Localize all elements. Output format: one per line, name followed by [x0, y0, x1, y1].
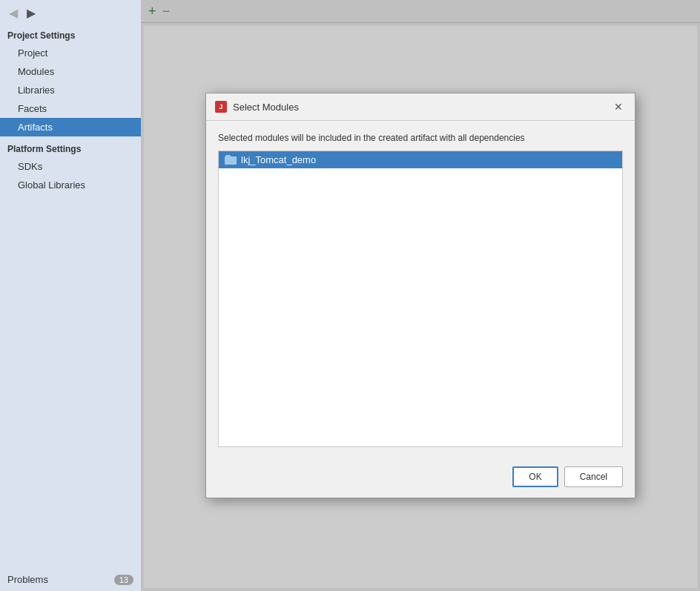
- problems-label: Problems: [7, 574, 48, 585]
- module-item-lkj-tomcat[interactable]: lkj_Tomcat_demo: [219, 151, 622, 168]
- project-settings-header: Project Settings: [0, 26, 141, 44]
- sidebar-item-artifacts[interactable]: Artifacts: [0, 118, 141, 136]
- sidebar-item-modules[interactable]: Modules: [0, 62, 141, 81]
- dialog-titlebar: J Select Modules ✕: [206, 93, 635, 121]
- module-name: lkj_Tomcat_demo: [241, 154, 316, 165]
- platform-settings-header: Platform Settings: [0, 136, 141, 157]
- sidebar-item-sdks[interactable]: SDKs: [0, 157, 141, 176]
- main-container: ◀ ▶ Project Settings Project Modules Lib…: [0, 0, 700, 591]
- dialog-title: Select Modules: [233, 102, 299, 113]
- problems-section[interactable]: Problems 13: [0, 568, 141, 591]
- sidebar-item-project[interactable]: Project: [0, 44, 141, 62]
- modal-overlay: J Select Modules ✕ Selected modules will…: [141, 0, 700, 591]
- sidebar: ◀ ▶ Project Settings Project Modules Lib…: [0, 0, 141, 591]
- module-list[interactable]: lkj_Tomcat_demo: [218, 151, 623, 447]
- back-arrow-icon[interactable]: ◀: [6, 4, 21, 22]
- forward-arrow-icon[interactable]: ▶: [24, 4, 39, 22]
- content-area: + − Nothing to sho... J: [141, 0, 700, 591]
- folder-icon: [225, 155, 237, 165]
- sidebar-item-global-libraries[interactable]: Global Libraries: [0, 176, 141, 194]
- dialog-body: Selected modules will be included in the…: [206, 121, 635, 459]
- sidebar-item-facets[interactable]: Facets: [0, 99, 141, 118]
- dialog-description: Selected modules will be included in the…: [218, 133, 623, 143]
- dialog-icon: J: [215, 101, 227, 113]
- dialog-title-left: J Select Modules: [215, 101, 299, 113]
- problems-badge: 13: [114, 575, 133, 585]
- select-modules-dialog: J Select Modules ✕ Selected modules will…: [205, 93, 635, 498]
- svg-text:J: J: [219, 103, 222, 110]
- nav-top: ◀ ▶: [0, 0, 141, 26]
- ok-button[interactable]: OK: [512, 466, 558, 487]
- sidebar-item-libraries[interactable]: Libraries: [0, 81, 141, 99]
- dialog-footer: OK Cancel: [206, 459, 635, 498]
- close-button[interactable]: ✕: [611, 99, 626, 114]
- cancel-button[interactable]: Cancel: [564, 466, 623, 487]
